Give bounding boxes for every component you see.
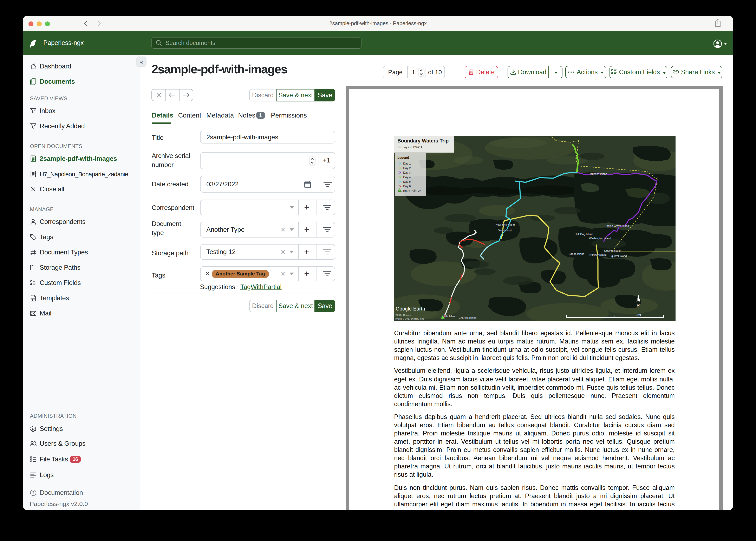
- svg-text:Gary Island: Gary Island: [498, 229, 511, 232]
- svg-text:Lincoln Island: Lincoln Island: [604, 249, 620, 252]
- svg-text:Squirrel Island: Squirrel Island: [609, 255, 626, 258]
- svg-text:©2017 Google: ©2017 Google: [395, 313, 411, 316]
- svg-text:Text: Text: [531, 245, 539, 250]
- svg-text:Google Earth: Google Earth: [396, 306, 425, 311]
- svg-text:Image © 2017 DigitalGlobe: Image © 2017 DigitalGlobe: [395, 317, 424, 320]
- svg-text:Legend: Legend: [397, 156, 409, 159]
- svg-text:Canoe Island: Canoe Island: [568, 253, 584, 256]
- svg-text:Norway Island: Norway Island: [589, 253, 606, 256]
- svg-text:Day 6: Day 6: [403, 185, 411, 188]
- svg-text:New York Island: New York Island: [495, 223, 514, 226]
- svg-text:Boundary Waters Trip: Boundary Waters Trip: [397, 138, 448, 144]
- svg-text:Day 1: Day 1: [403, 162, 411, 165]
- svg-text:Day 4: Day 4: [403, 176, 411, 179]
- svg-text:Entry Point 24: Entry Point 24: [403, 189, 421, 192]
- svg-text:Mile Island: Mile Island: [443, 314, 456, 318]
- svg-text:Half Dog Island: Half Dog Island: [575, 233, 593, 236]
- svg-text:N: N: [636, 303, 640, 308]
- svg-text:Day 2: Day 2: [403, 166, 411, 170]
- svg-text:Charlies Island: Charlies Island: [458, 316, 476, 319]
- svg-text:Day 5: Day 5: [403, 180, 411, 183]
- svg-text:Day 3: Day 3: [403, 171, 411, 174]
- svg-text:Hausons Island: Hausons Island: [588, 172, 607, 176]
- svg-text:?: ?: [32, 490, 34, 495]
- svg-text:Indian Grave Island: Indian Grave Island: [606, 224, 629, 228]
- svg-text:3 mi: 3 mi: [634, 313, 641, 317]
- svg-text:Washington Island: Washington Island: [589, 237, 611, 240]
- svg-text:Six days in BWCA: Six days in BWCA: [397, 145, 422, 149]
